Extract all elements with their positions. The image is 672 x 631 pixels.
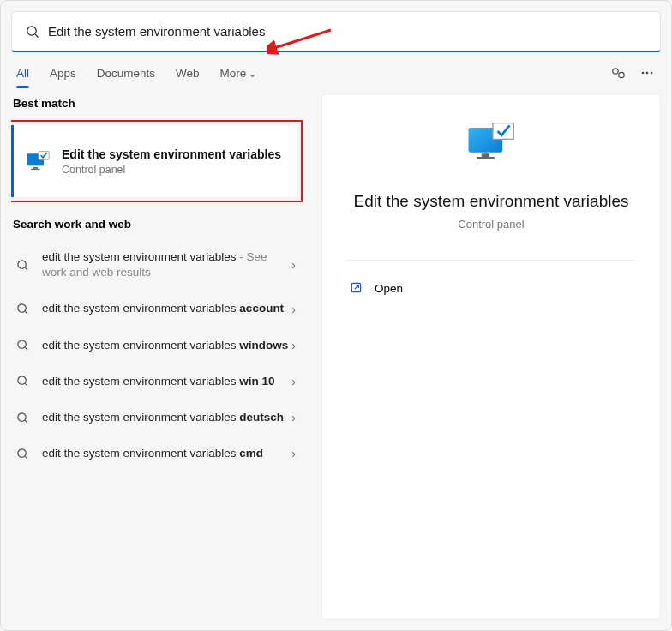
tab-documents[interactable]: Documents <box>97 67 155 80</box>
svg-rect-27 <box>477 157 495 159</box>
svg-point-12 <box>17 261 25 268</box>
best-match-subtitle: Control panel <box>62 164 281 176</box>
web-result-text: edit the system environment variables cm… <box>42 446 291 461</box>
svg-rect-10 <box>31 169 40 170</box>
open-label: Open <box>375 282 403 295</box>
svg-point-3 <box>613 69 618 74</box>
tab-web[interactable]: Web <box>176 67 200 80</box>
tab-apps[interactable]: Apps <box>50 67 76 80</box>
open-icon <box>350 281 363 297</box>
svg-rect-26 <box>482 153 489 157</box>
web-result-text: edit the system environment variables - … <box>42 249 291 280</box>
web-result-text: edit the system environment variables ac… <box>42 301 291 316</box>
svg-point-1 <box>27 26 36 34</box>
web-result-text: edit the system environment variables de… <box>42 410 291 425</box>
open-action[interactable]: Open <box>322 273 660 305</box>
results-column: Best match Edit the system environment v… <box>11 93 303 620</box>
svg-point-4 <box>619 72 624 77</box>
svg-line-19 <box>25 384 27 387</box>
divider <box>346 260 636 261</box>
annotation-highlight-box: Edit the system environment variables Co… <box>11 120 303 202</box>
web-result-text: edit the system environment variables wi… <box>42 338 291 353</box>
svg-point-20 <box>17 413 25 421</box>
search-icon <box>26 25 39 39</box>
svg-line-15 <box>25 311 27 314</box>
section-best-match: Best match <box>13 97 303 110</box>
chevron-right-icon: › <box>291 375 299 388</box>
web-result[interactable]: edit the system environment variables - … <box>11 241 303 289</box>
section-work-web: Search work and web <box>13 218 303 231</box>
svg-point-5 <box>642 72 645 75</box>
web-result[interactable]: edit the system environment variables ac… <box>11 292 303 325</box>
tabs-row: All Apps Documents Web More⌄ <box>11 52 661 93</box>
search-input[interactable] <box>48 24 646 39</box>
svg-point-18 <box>17 376 25 384</box>
chevron-right-icon: › <box>291 258 299 272</box>
detail-subtitle: Control panel <box>458 218 524 231</box>
tab-more[interactable]: More⌄ <box>220 67 257 80</box>
svg-line-17 <box>25 348 27 351</box>
share-icon[interactable] <box>611 66 627 80</box>
search-icon <box>15 448 30 460</box>
search-icon <box>15 339 30 352</box>
chevron-right-icon: › <box>291 303 299 316</box>
monitor-check-icon <box>26 149 50 173</box>
detail-title: Edit the system environment variables <box>353 190 628 213</box>
svg-line-21 <box>25 420 27 423</box>
best-match-title: Edit the system environment variables <box>62 147 281 163</box>
chevron-down-icon: ⌄ <box>249 69 256 79</box>
search-bar[interactable] <box>11 11 661 52</box>
svg-line-13 <box>25 267 27 270</box>
svg-point-14 <box>17 304 25 312</box>
svg-point-22 <box>17 449 25 457</box>
svg-point-7 <box>651 72 653 75</box>
chevron-right-icon: › <box>291 447 299 460</box>
search-icon <box>15 375 30 388</box>
svg-rect-9 <box>33 167 38 169</box>
svg-line-23 <box>25 456 27 459</box>
web-result[interactable]: edit the system environment variables de… <box>11 401 303 434</box>
chevron-right-icon: › <box>291 411 299 424</box>
monitor-check-icon-large <box>465 118 517 170</box>
svg-point-6 <box>646 72 649 75</box>
more-icon[interactable] <box>640 66 654 80</box>
web-result-text: edit the system environment variables wi… <box>42 374 291 389</box>
web-result[interactable]: edit the system environment variables cm… <box>11 437 303 470</box>
best-match-result[interactable]: Edit the system environment variables Co… <box>11 125 297 197</box>
chevron-right-icon: › <box>291 339 299 352</box>
svg-rect-28 <box>493 123 513 140</box>
svg-line-2 <box>35 34 38 37</box>
svg-point-16 <box>17 340 25 348</box>
web-result[interactable]: edit the system environment variables wi… <box>11 329 303 362</box>
web-result[interactable]: edit the system environment variables wi… <box>11 365 303 398</box>
tab-all[interactable]: All <box>16 67 29 80</box>
search-icon <box>15 303 30 316</box>
search-icon <box>15 412 30 424</box>
detail-pane: Edit the system environment variables Co… <box>321 93 661 620</box>
search-icon <box>15 259 30 272</box>
